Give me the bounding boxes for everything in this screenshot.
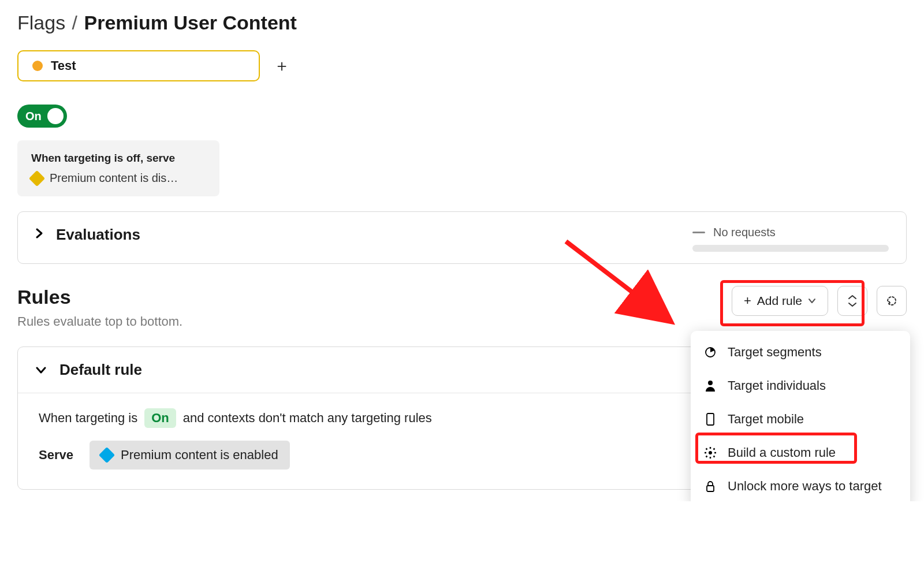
dropdown-item-build-custom-rule[interactable]: Build a custom rule — [691, 436, 910, 470]
collapse-expand-button[interactable] — [837, 286, 867, 316]
rules-subtitle: Rules evaluate top to bottom. — [17, 314, 182, 329]
svg-rect-5 — [707, 486, 714, 491]
targeting-off-value-row: Premium content is dis… — [31, 172, 206, 185]
chevron-right-icon[interactable] — [35, 228, 43, 243]
dropdown-item-target-mobile[interactable]: Target mobile — [691, 403, 910, 436]
targeting-off-card[interactable]: When targeting is off, serve Premium con… — [17, 140, 219, 196]
dash-icon — [692, 232, 705, 233]
environment-name: Test — [51, 58, 76, 73]
targeting-state-pill: On — [144, 408, 176, 428]
segments-icon — [703, 345, 717, 359]
dropdown-item-label: Unlock more ways to target — [728, 479, 882, 494]
refresh-button[interactable] — [877, 286, 907, 316]
environment-status-dot — [32, 61, 43, 71]
plus-icon: + — [744, 293, 751, 308]
default-rule-title: Default rule — [59, 361, 142, 379]
serve-value: Premium content is enabled — [121, 448, 278, 463]
evaluations-panel[interactable]: Evaluations No requests — [17, 211, 907, 264]
add-rule-button[interactable]: + Add rule — [732, 286, 828, 316]
add-rule-dropdown: Target segments Target individuals Targe… — [691, 331, 910, 501]
condition-suffix: and contexts don't match any targeting r… — [183, 411, 432, 426]
targeting-toggle[interactable]: On — [17, 105, 67, 128]
evaluations-status: No requests — [692, 226, 889, 252]
serve-label: Serve — [39, 448, 73, 463]
dropdown-item-target-segments[interactable]: Target segments — [691, 336, 910, 369]
environment-row: Test ＋ — [17, 50, 907, 81]
toggle-label: On — [25, 110, 42, 123]
dropdown-item-target-individuals[interactable]: Target individuals — [691, 369, 910, 403]
evaluations-title: Evaluations — [56, 226, 140, 244]
svg-rect-2 — [707, 413, 714, 425]
add-environment-button[interactable]: ＋ — [270, 51, 293, 80]
mobile-icon — [703, 412, 717, 426]
rules-title: Rules — [17, 286, 182, 308]
breadcrumb-current: Premium User Content — [84, 12, 297, 33]
svg-point-1 — [708, 381, 713, 385]
rules-header: Rules Rules evaluate top to bottom. + Ad… — [17, 286, 907, 329]
add-rule-label: Add rule — [757, 294, 802, 308]
person-icon — [703, 379, 717, 393]
evaluations-progress-bar — [692, 245, 889, 252]
dropdown-item-label: Target individuals — [728, 378, 826, 393]
chevron-down-icon — [808, 296, 816, 305]
condition-prefix: When targeting is — [39, 411, 137, 426]
dropdown-item-label: Target mobile — [728, 412, 804, 427]
rules-actions: + Add rule Target segments — [732, 286, 907, 316]
dropdown-item-label: Target segments — [728, 345, 822, 360]
targeting-off-value: Premium content is dis… — [50, 172, 178, 185]
breadcrumb: Flags / Premium User Content — [17, 12, 907, 34]
breadcrumb-parent[interactable]: Flags — [17, 12, 65, 33]
variation-diamond-icon — [29, 170, 45, 186]
gear-icon — [703, 446, 717, 460]
dropdown-item-unlock-more[interactable]: Unlock more ways to target — [691, 470, 910, 501]
variation-diamond-icon — [99, 447, 115, 463]
serve-variation-chip[interactable]: Premium content is enabled — [90, 441, 290, 470]
lock-icon — [703, 479, 717, 493]
environment-chip[interactable]: Test — [17, 50, 260, 81]
dropdown-item-label: Build a custom rule — [728, 445, 836, 460]
toggle-knob — [47, 108, 64, 124]
no-requests-text: No requests — [713, 226, 776, 239]
svg-point-4 — [709, 451, 712, 454]
no-requests-row: No requests — [692, 226, 776, 239]
evaluations-header: Evaluations — [35, 226, 140, 244]
targeting-off-label: When targeting is off, serve — [31, 152, 206, 165]
chevron-down-icon[interactable] — [35, 363, 47, 378]
breadcrumb-separator: / — [72, 12, 77, 33]
